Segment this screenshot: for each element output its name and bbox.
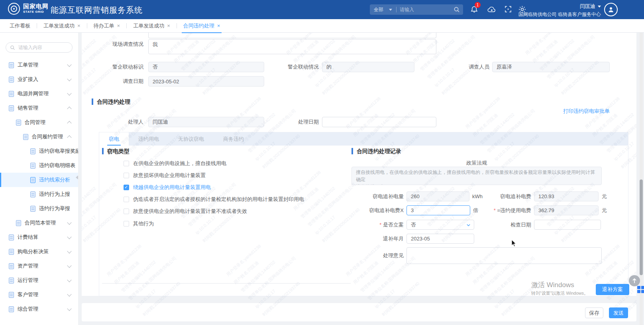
sidebar-collapse-handle[interactable] <box>76 175 78 179</box>
tab-close-icon[interactable]: × <box>117 23 120 29</box>
chevron-up-icon <box>67 121 71 125</box>
sidebar-item-label: 合同管理 <box>25 119 45 126</box>
state-grid-logo-icon <box>8 3 20 15</box>
scrollbar-thumb[interactable] <box>640 179 643 275</box>
sidebar-item-合同范本管理[interactable]: 合同范本管理 <box>0 216 78 230</box>
sidebar-item-运行管理[interactable]: 运行管理 <box>0 273 78 288</box>
theft-option[interactable]: 故意使供电企业的用电计量装置计量不准或者失效 <box>124 208 247 215</box>
breach-fee-label: =违约使用电费 <box>479 205 531 215</box>
chevron-down-icon <box>389 9 392 11</box>
opinion-label: 处理意见 <box>352 250 404 261</box>
document-icon <box>30 163 35 169</box>
search-scope-select[interactable]: 全部 <box>370 6 396 13</box>
theft-fee-input <box>534 191 599 201</box>
checkbox-icon[interactable] <box>124 161 129 166</box>
theft-option-label: 绕越供电企业的用电计量装置用电 <box>133 184 211 191</box>
theft-option-label: 故意使供电企业的用电计量装置计量不准或者失效 <box>133 208 247 215</box>
print-approval-link[interactable]: 打印违约窃电审批单 <box>554 108 610 115</box>
sidebar-item-违约窃电举报奖励[interactable]: 违约窃电举报奖励 <box>0 144 78 158</box>
scroll-to-top-button[interactable] <box>629 275 640 286</box>
global-search-input[interactable] <box>397 7 454 12</box>
case-filed-select[interactable]: 否 <box>406 220 474 230</box>
fee-multiplier-input[interactable] <box>406 205 470 215</box>
sidebar-item-客户管理[interactable]: 客户管理 <box>0 288 78 302</box>
sidebar-item-违约行为举报[interactable]: 违约行为举报 <box>0 201 78 216</box>
sidebar-search <box>6 42 73 53</box>
handle-date-input[interactable] <box>322 117 436 127</box>
police-flag-label: 警企联动标识 <box>92 62 143 72</box>
section-title-handling-record: 合同违约处理记录 <box>351 148 401 154</box>
app-title: 能源互联网营销服务系统 <box>51 5 143 16</box>
unit-yuan: 元 <box>602 191 607 201</box>
theft-option[interactable]: 在供电企业的供电设施上，擅自接线用电 <box>124 160 226 167</box>
sidebar-item-合同履约管理[interactable]: 合同履约管理 <box>0 130 78 144</box>
theft-option[interactable]: 伪造或者开启法定的或者授权的计量检定机构加封的用电计量装置封印用电 <box>124 196 304 203</box>
person-icon <box>607 6 615 13</box>
tab-待办工单[interactable]: 待办工单× <box>87 19 127 33</box>
tab-工作看板[interactable]: 工作看板 <box>3 19 37 33</box>
document-icon <box>9 278 14 284</box>
sidebar-item-工单管理[interactable]: 工单管理 <box>0 58 78 72</box>
document-icon <box>16 220 21 226</box>
theft-option-label: 故意损坏供电企业用电计量装置 <box>133 172 206 179</box>
police-flag-input <box>148 62 264 72</box>
handle-date-field <box>322 117 436 127</box>
sidebar-item-违约窃电明细表[interactable]: 违约窃电明细表 <box>0 158 78 173</box>
search-icon[interactable] <box>454 6 460 13</box>
sidebar-item-购电分析决策[interactable]: 购电分析决策 <box>0 244 78 259</box>
user-menu[interactable]: 闫匡迪 国网临猗供电公司 临猗县客户服务中心 <box>518 2 601 18</box>
theft-fee-label: 窃电追补电费 <box>479 191 531 201</box>
search-scope-value: 全部 <box>374 6 383 13</box>
document-icon <box>9 249 14 255</box>
checkbox-icon[interactable] <box>124 173 129 178</box>
document-icon <box>9 77 14 83</box>
save-button[interactable]: 保存 <box>585 307 603 318</box>
sidebar-item-合同管理[interactable]: 合同管理 <box>0 115 78 130</box>
fullscreen-icon[interactable] <box>505 6 512 13</box>
sidebar-item-计费结算[interactable]: 计费结算 <box>0 230 78 244</box>
widget-grid-icon[interactable] <box>637 286 644 294</box>
avatar[interactable] <box>604 3 618 16</box>
tab-close-icon[interactable]: × <box>167 23 170 29</box>
sidebar-item-违约线索分析[interactable]: 违约线索分析 <box>0 173 78 187</box>
sidebar-item-电源并网管理[interactable]: 电源并网管理 <box>0 87 78 101</box>
sidebar-item-label: 违约行为上报 <box>39 191 70 198</box>
checkbox-icon[interactable] <box>124 197 129 202</box>
sidebar-search-input[interactable] <box>18 44 68 51</box>
panel-tab-无协议窃电[interactable]: 无协议窃电 <box>169 132 214 146</box>
checkbox-icon[interactable] <box>124 221 129 227</box>
tab-close-icon[interactable]: × <box>77 23 80 29</box>
police-info-input <box>322 62 414 72</box>
cloud-icon[interactable] <box>487 6 497 14</box>
panel-tab-bar: 窃电违约用电无协议窃电商务违约 <box>99 132 628 146</box>
tab-close-icon[interactable]: × <box>217 23 220 29</box>
sidebar-item-业扩接入[interactable]: 业扩接入 <box>0 72 78 87</box>
tab-工单发送成功[interactable]: 工单发送成功× <box>127 19 177 33</box>
document-icon <box>30 148 35 154</box>
document-icon <box>9 234 14 240</box>
sidebar-item-资产管理[interactable]: 资产管理 <box>0 259 78 273</box>
checkbox-checked-icon[interactable] <box>124 185 129 190</box>
opinion-textarea[interactable] <box>406 247 602 264</box>
checkbox-icon[interactable] <box>124 209 129 214</box>
theft-option[interactable]: 故意损坏供电企业用电计量装置 <box>124 172 206 179</box>
send-button[interactable]: 发送 <box>609 307 628 318</box>
section-title-breach-handling: 合同违约处理 <box>92 98 130 105</box>
theft-option[interactable]: 其他行为 <box>124 220 154 227</box>
refund-month-input[interactable] <box>406 234 474 244</box>
sidebar-item-违约行为上报[interactable]: 违约行为上报 <box>0 187 78 201</box>
panel-tab-违约用电[interactable]: 违约用电 <box>129 132 169 146</box>
theft-option[interactable]: 绕越供电企业的用电计量装置用电 <box>124 184 211 191</box>
refund-plan-button[interactable]: 退补方案 <box>596 284 629 295</box>
sidebar-item-综合管理[interactable]: 综合管理 <box>0 302 78 316</box>
panel-tab-商务违约[interactable]: 商务违约 <box>214 132 253 146</box>
tab-工单发送成功[interactable]: 工单发送成功× <box>37 19 87 33</box>
sidebar-item-label: 违约窃电明细表 <box>39 162 75 169</box>
tab-合同违约处理[interactable]: 合同违约处理× <box>177 19 227 33</box>
scene-survey-textarea[interactable]: 我 <box>148 39 436 54</box>
check-date-input[interactable] <box>534 220 601 230</box>
scrollbar-track <box>640 33 643 325</box>
sidebar-item-销售管理[interactable]: 销售管理 <box>0 101 78 115</box>
panel-tab-窃电[interactable]: 窃电 <box>99 132 129 146</box>
notification-badge: 1 <box>475 2 481 8</box>
